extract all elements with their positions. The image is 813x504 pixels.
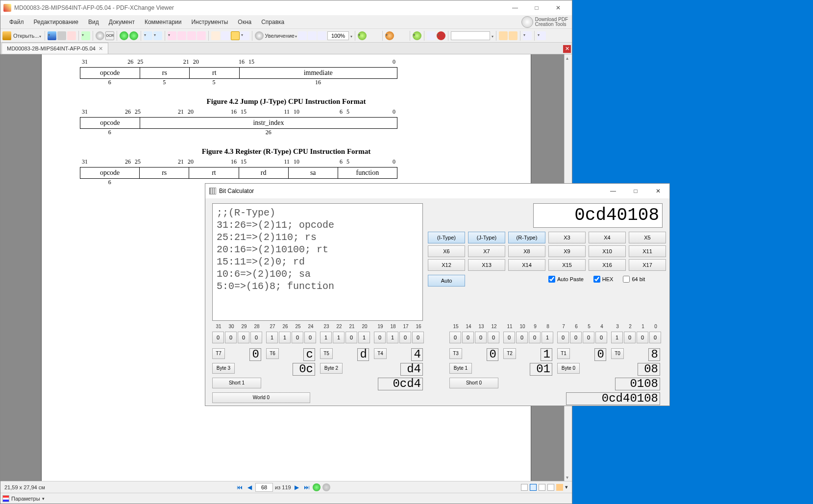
layout-facing-icon[interactable] — [177, 31, 186, 40]
decoder-textarea[interactable] — [212, 203, 423, 321]
maximize-button[interactable]: □ — [526, 0, 547, 15]
zoom-tool-icon[interactable] — [255, 31, 264, 40]
menu-view[interactable]: Вид — [83, 17, 104, 27]
export-icon[interactable] — [81, 31, 90, 40]
link-icon[interactable] — [427, 31, 436, 40]
hex-checkbox[interactable]: HEX — [593, 276, 614, 283]
mail-icon[interactable] — [67, 31, 76, 40]
fwd-icon[interactable] — [322, 483, 330, 491]
layout-cont-icon[interactable] — [187, 31, 196, 40]
fit-button-icon[interactable] — [556, 484, 563, 491]
zoom-label[interactable]: Увеличение — [265, 33, 297, 39]
bit-button[interactable]: 1 — [358, 332, 370, 343]
bit-button[interactable]: 0 — [345, 332, 357, 343]
preset-button[interactable]: X13 — [468, 259, 505, 271]
preset-button[interactable]: (I-Type) — [428, 232, 465, 243]
download-pdf-tools[interactable]: Download PDFCreation Tools — [521, 16, 568, 28]
highlight-icon[interactable] — [523, 31, 532, 40]
calc-close-button[interactable]: ✕ — [647, 184, 669, 198]
preset-button[interactable]: X8 — [508, 245, 545, 257]
close-all-tabs-icon[interactable]: ✕ — [563, 45, 571, 53]
nibble-button[interactable]: T2 — [503, 348, 516, 359]
preset-button[interactable]: (R-Type) — [508, 232, 545, 243]
prev-page-icon[interactable]: ◀ — [246, 483, 253, 491]
preset-button[interactable]: X6 — [428, 245, 465, 257]
save-icon[interactable] — [48, 31, 56, 40]
rotate-right-icon[interactable] — [153, 31, 162, 40]
calc-maximize-button[interactable]: □ — [624, 184, 647, 198]
search-icon[interactable] — [96, 31, 104, 40]
options2-icon[interactable] — [509, 31, 517, 40]
layout4-icon[interactable] — [547, 484, 554, 491]
bit-button[interactable]: 0 — [292, 332, 303, 343]
byte-button[interactable]: Byte 3 — [212, 363, 235, 374]
redo-icon[interactable] — [129, 31, 138, 40]
last-page-icon[interactable]: ⏭ — [303, 483, 311, 491]
pdf-params-bar[interactable]: Параметры ▾ — [0, 493, 572, 504]
byte-button[interactable]: Byte 1 — [449, 363, 472, 374]
preset-button[interactable]: X15 — [548, 259, 586, 271]
layout2-icon[interactable] — [530, 484, 537, 491]
short-button[interactable]: Short 0 — [449, 378, 498, 388]
open-icon[interactable] — [2, 31, 11, 40]
bit-button[interactable]: 0 — [624, 332, 636, 343]
sixtyfour-bit-checkbox[interactable]: 64 bit — [623, 276, 645, 283]
bit-button[interactable]: 0 — [412, 332, 424, 343]
bit-button[interactable]: 0 — [637, 332, 648, 343]
preset-button[interactable]: X14 — [508, 259, 545, 271]
nibble-button[interactable]: T6 — [266, 348, 279, 359]
preset-button[interactable]: X9 — [548, 245, 586, 257]
undo-icon[interactable] — [120, 31, 128, 40]
preset-button[interactable]: X5 — [629, 232, 666, 243]
hand-icon[interactable] — [211, 31, 220, 40]
menu-edit[interactable]: Редактирование — [29, 17, 83, 27]
add-icon[interactable] — [358, 31, 367, 40]
bit-button[interactable]: 0 — [238, 332, 249, 343]
snapshot-icon[interactable] — [221, 31, 230, 40]
open-button[interactable]: Открыть... — [12, 33, 42, 39]
back-icon[interactable] — [313, 483, 320, 491]
preset-button[interactable]: X7 — [468, 245, 505, 257]
close-button[interactable]: ✕ — [547, 0, 569, 15]
menu-file[interactable]: Файл — [4, 17, 29, 27]
document-tab[interactable]: MD00083-2B-MIPS64INT-AFP-05.04 ✕ — [1, 43, 108, 54]
bit-button[interactable]: 0 — [225, 332, 237, 343]
bit-button[interactable]: 0 — [488, 332, 499, 343]
bit-button[interactable]: 1 — [320, 332, 332, 343]
bit-button[interactable]: 1 — [279, 332, 291, 343]
fit-page-icon[interactable] — [298, 31, 307, 40]
bit-button[interactable]: 1 — [387, 332, 398, 343]
word-button[interactable]: World 0 — [212, 392, 310, 403]
nibble-button[interactable]: T7 — [212, 348, 225, 359]
bit-button[interactable]: 0 — [475, 332, 487, 343]
bit-button[interactable]: 0 — [212, 332, 224, 343]
first-page-icon[interactable]: ⏮ — [236, 483, 244, 491]
menu-windows[interactable]: Окна — [233, 17, 256, 27]
byte-button[interactable]: Byte 0 — [557, 363, 580, 374]
bit-button[interactable]: 1 — [611, 332, 623, 343]
bit-button[interactable]: 0 — [595, 332, 607, 343]
menu-document[interactable]: Документ — [104, 17, 140, 27]
layout3-icon[interactable] — [539, 484, 545, 491]
preset-button[interactable]: X16 — [589, 259, 626, 271]
bit-button[interactable]: 0 — [250, 332, 262, 343]
zoom-input[interactable] — [327, 31, 349, 40]
nibble-button[interactable]: T5 — [320, 348, 333, 359]
layout1-icon[interactable] — [521, 484, 528, 491]
bit-button[interactable]: 1 — [333, 332, 345, 343]
menu-tools[interactable]: Инструменты — [186, 17, 233, 27]
bit-button[interactable]: 0 — [557, 332, 569, 343]
minimize-button[interactable]: — — [504, 0, 526, 15]
nibble-button[interactable]: T4 — [374, 348, 387, 359]
layout-single-icon[interactable] — [168, 31, 176, 40]
nibble-button[interactable]: T0 — [611, 348, 624, 359]
hex-display[interactable]: 0cd40108 — [533, 203, 663, 228]
select-icon[interactable] — [231, 31, 240, 40]
bit-button[interactable]: 0 — [649, 332, 661, 343]
autopaste-checkbox[interactable]: Auto Paste — [548, 276, 584, 283]
add2-icon[interactable] — [413, 31, 421, 40]
bit-button[interactable]: 0 — [503, 332, 515, 343]
auto-button[interactable]: Auto — [428, 275, 465, 287]
combo-font[interactable] — [451, 31, 490, 40]
options-icon[interactable] — [499, 31, 508, 40]
